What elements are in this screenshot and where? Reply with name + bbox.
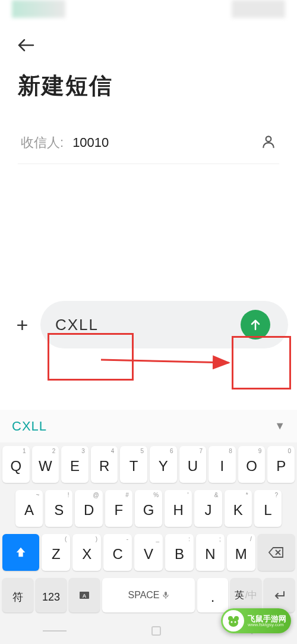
shift-key[interactable]	[2, 534, 39, 571]
watermark-logo	[223, 610, 244, 632]
compose-row: + CXLL	[0, 301, 297, 348]
nav-home[interactable]	[151, 626, 161, 636]
key-m[interactable]: /M	[227, 534, 255, 571]
attach-button[interactable]: +	[9, 312, 36, 338]
watermark-url: www.fsktgsy.com	[248, 623, 286, 627]
key-q[interactable]: 1Q	[2, 446, 30, 483]
enter-key[interactable]	[264, 578, 295, 612]
key-l[interactable]: ?L	[254, 490, 282, 527]
arrow-up-icon	[248, 318, 263, 332]
key-c[interactable]: -C	[103, 534, 132, 571]
key-d[interactable]: @D	[75, 490, 102, 527]
key-v[interactable]: _V	[134, 534, 163, 571]
key-f[interactable]: #F	[105, 490, 132, 527]
back-button[interactable]	[18, 36, 34, 55]
key-h[interactable]: 'H	[165, 490, 192, 527]
send-button[interactable]	[241, 310, 270, 340]
key-r[interactable]: 4R	[91, 446, 118, 483]
key-b[interactable]: :B	[165, 534, 194, 571]
key-a[interactable]: ~A	[15, 490, 43, 527]
key-k[interactable]: *K	[225, 490, 252, 527]
key-p[interactable]: 0P	[267, 446, 295, 483]
svg-line-2	[101, 360, 229, 363]
message-text: CXLL	[55, 316, 99, 334]
period-key[interactable]: .	[197, 578, 228, 612]
key-w[interactable]: 2W	[32, 446, 59, 483]
back-row	[0, 24, 297, 65]
person-icon	[261, 134, 276, 149]
candidate-expand-button[interactable]: ▼	[274, 420, 285, 432]
keyboard-row-1: 1Q2W3E4R5T6Y7U8I9O0P	[0, 442, 297, 486]
keyboard-icon: A	[78, 589, 90, 601]
svg-point-7	[228, 616, 233, 621]
key-z[interactable]: (Z	[42, 534, 70, 571]
title-row: 新建短信	[0, 65, 297, 119]
key-n[interactable]: ;N	[196, 534, 225, 571]
key-u[interactable]: 7U	[179, 446, 207, 483]
svg-point-9	[231, 621, 233, 623]
contacts-button[interactable]	[261, 134, 276, 152]
key-y[interactable]: 6Y	[150, 446, 177, 483]
watermark-title: 飞鼠手游网	[248, 615, 286, 623]
svg-point-0	[266, 136, 271, 142]
mic-icon	[162, 591, 169, 599]
svg-point-8	[234, 616, 239, 621]
svg-point-10	[235, 621, 236, 623]
key-i[interactable]: 8I	[208, 446, 236, 483]
symbol-key[interactable]: 符	[2, 578, 33, 612]
keyboard-mode-key[interactable]: A	[69, 578, 100, 612]
shift-icon	[14, 546, 27, 559]
status-bar	[0, 0, 297, 24]
key-x[interactable]: )X	[72, 534, 101, 571]
status-left-blur	[12, 0, 65, 18]
message-area	[0, 164, 297, 301]
backspace-icon	[268, 546, 284, 558]
recipient-label: 收信人:	[21, 134, 64, 152]
nav-recents[interactable]	[43, 630, 67, 632]
page-title: 新建短信	[18, 71, 279, 101]
key-j[interactable]: &J	[194, 490, 222, 527]
candidate-text[interactable]: CXLL	[12, 419, 47, 434]
candidate-row: CXLL ▼	[0, 410, 297, 442]
recipient-input[interactable]: 10010	[72, 135, 261, 150]
watermark: 飞鼠手游网 www.fsktgsy.com	[221, 608, 291, 633]
mouse-icon	[226, 613, 241, 629]
keyboard-row-3: (Z)X-C_V:B;N/M	[0, 530, 297, 574]
key-t[interactable]: 5T	[120, 446, 147, 483]
key-e[interactable]: 3E	[61, 446, 89, 483]
enter-icon	[273, 590, 286, 601]
key-g[interactable]: %G	[135, 490, 162, 527]
language-key[interactable]: 英 /中	[230, 578, 261, 612]
status-right-blur	[232, 0, 285, 18]
backspace-key[interactable]	[258, 534, 295, 571]
key-o[interactable]: 9O	[238, 446, 266, 483]
message-input[interactable]: CXLL	[40, 301, 288, 348]
keyboard-row-2: ~A!S@D#F%G'H&J*K?L	[0, 486, 297, 530]
key-s[interactable]: !S	[45, 490, 72, 527]
arrow-left-icon	[18, 39, 34, 52]
svg-text:A: A	[83, 593, 87, 599]
space-key[interactable]: SPACE	[102, 578, 195, 612]
svg-rect-5	[165, 592, 167, 596]
recipient-row: 收信人: 10010	[18, 119, 279, 164]
annotation-arrow	[101, 351, 249, 375]
number-key[interactable]: 123	[36, 578, 67, 612]
